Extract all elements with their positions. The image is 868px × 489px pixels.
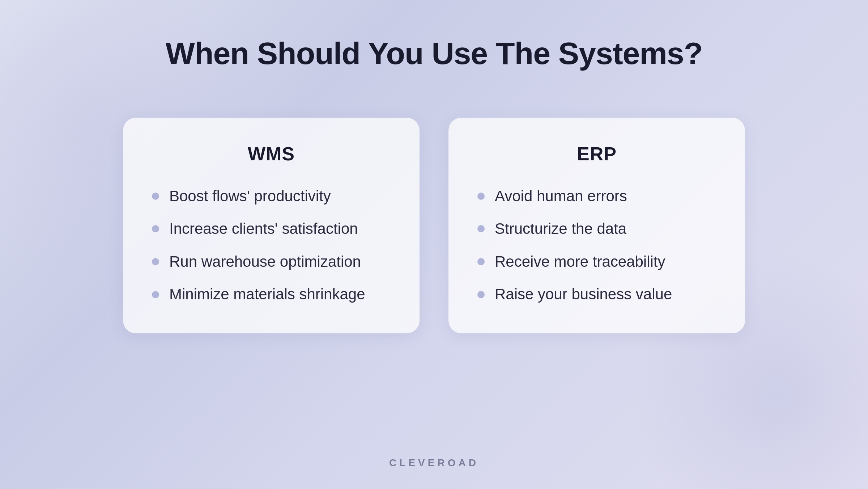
erp-card-list: Avoid human errors Structurize the data … <box>477 186 716 304</box>
bullet-icon <box>152 291 159 298</box>
list-item: Structurize the data <box>477 219 716 239</box>
erp-card: ERP Avoid human errors Structurize the d… <box>448 118 745 333</box>
wms-item-3: Run warehouse optimization <box>169 252 361 272</box>
wms-card-list: Boost flows' productivity Increase clien… <box>152 186 391 304</box>
erp-item-4: Raise your business value <box>495 284 672 304</box>
page-title: When Should You Use The Systems? <box>166 36 702 71</box>
list-item: Receive more traceability <box>477 252 716 272</box>
wms-card: WMS Boost flows' productivity Increase c… <box>123 118 420 333</box>
wms-item-1: Boost flows' productivity <box>169 186 331 206</box>
bullet-icon <box>477 193 485 200</box>
erp-item-2: Structurize the data <box>495 219 626 239</box>
list-item: Increase clients' satisfaction <box>152 219 391 239</box>
bullet-icon <box>152 225 159 232</box>
erp-item-1: Avoid human errors <box>495 186 627 206</box>
list-item: Avoid human errors <box>477 186 716 206</box>
bullet-icon <box>477 258 485 265</box>
list-item: Boost flows' productivity <box>152 186 391 206</box>
wms-card-title: WMS <box>152 143 391 165</box>
brand-footer: CLEVEROAD <box>389 457 479 469</box>
wms-item-2: Increase clients' satisfaction <box>169 219 358 239</box>
wms-item-4: Minimize materials shrinkage <box>169 284 365 304</box>
bullet-icon <box>477 225 485 232</box>
list-item: Raise your business value <box>477 284 716 304</box>
erp-card-title: ERP <box>477 143 716 165</box>
erp-item-3: Receive more traceability <box>495 252 665 272</box>
bullet-icon <box>152 258 159 265</box>
list-item: Run warehouse optimization <box>152 252 391 272</box>
cards-container: WMS Boost flows' productivity Increase c… <box>123 118 745 333</box>
list-item: Minimize materials shrinkage <box>152 284 391 304</box>
bullet-icon <box>477 291 485 298</box>
bullet-icon <box>152 193 159 200</box>
